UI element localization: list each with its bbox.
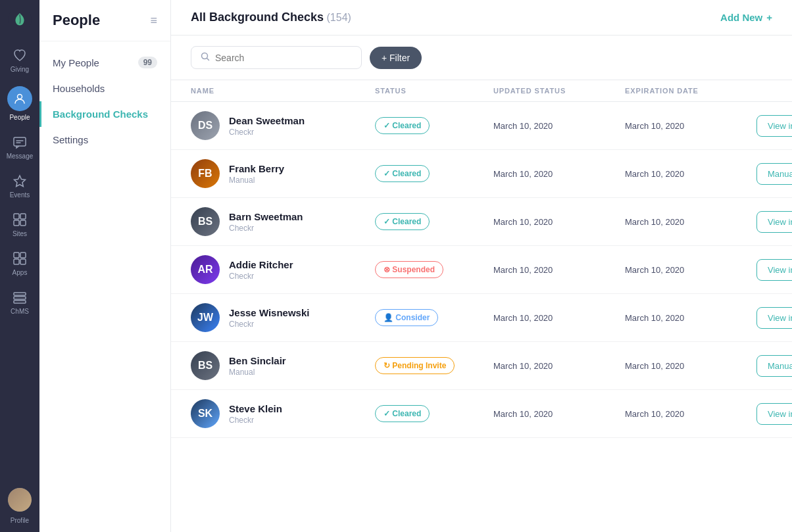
person-cell: BS Barn Sweetman Checkr bbox=[191, 207, 375, 236]
action-button[interactable]: View in Checkr bbox=[756, 115, 792, 137]
status-badge: 👤 Consider bbox=[375, 309, 438, 326]
logo[interactable] bbox=[8, 8, 32, 34]
sites-icon bbox=[12, 212, 28, 228]
updated-date: March 10, 2020 bbox=[493, 217, 625, 227]
add-new-button[interactable]: Add New + bbox=[720, 12, 772, 23]
status-cell: ✓ Cleared bbox=[375, 165, 493, 182]
message-icon bbox=[12, 134, 28, 150]
person-sub: Checkr bbox=[229, 272, 293, 281]
status-cell: ✓ Cleared bbox=[375, 405, 493, 422]
person-sub: Checkr bbox=[229, 416, 282, 425]
svg-rect-12 bbox=[14, 293, 26, 295]
search-icon bbox=[201, 52, 210, 63]
search-bar: + Filter bbox=[171, 36, 792, 80]
svg-rect-14 bbox=[14, 301, 26, 303]
sidebar-item-people[interactable]: People bbox=[0, 80, 39, 128]
svg-rect-10 bbox=[14, 259, 19, 264]
svg-rect-6 bbox=[14, 220, 19, 226]
avatar: FB bbox=[191, 159, 220, 188]
svg-rect-8 bbox=[14, 253, 19, 258]
action-cell: View in Checkr bbox=[756, 403, 792, 425]
expiration-date: March 10, 2020 bbox=[625, 265, 756, 275]
search-input[interactable] bbox=[215, 53, 352, 63]
svg-marker-3 bbox=[14, 176, 26, 187]
events-label: Events bbox=[10, 191, 30, 199]
updated-date: March 10, 2020 bbox=[493, 121, 625, 131]
expiration-date: March 10, 2020 bbox=[625, 169, 756, 179]
people-label: People bbox=[9, 114, 30, 121]
table-header: NAME STATUS UPDATED STATUS EXPIRATION DA… bbox=[171, 80, 792, 102]
table-row: SK Steve Klein Checkr ✓ Cleared March 10… bbox=[171, 390, 792, 438]
svg-rect-7 bbox=[20, 220, 26, 226]
svg-point-1 bbox=[18, 95, 22, 99]
profile-avatar[interactable] bbox=[8, 488, 32, 512]
person-cell: JW Jesse Wisnewski Checkr bbox=[191, 303, 375, 332]
col-name: NAME bbox=[191, 87, 375, 95]
action-button[interactable]: View in Checkr bbox=[756, 307, 792, 329]
person-name: Ben Sinclair bbox=[229, 355, 286, 366]
apps-icon bbox=[12, 251, 28, 266]
nav-item-my-people[interactable]: My People 99 bbox=[39, 49, 170, 76]
col-expiration: EXPIRATION DATE bbox=[625, 87, 756, 95]
person-name: Dean Sweetman bbox=[229, 115, 305, 126]
status-badge: ✓ Cleared bbox=[375, 405, 430, 422]
table-row: JW Jesse Wisnewski Checkr 👤 Consider Mar… bbox=[171, 294, 792, 342]
col-updated: UPDATED STATUS bbox=[493, 87, 625, 95]
expiration-date: March 10, 2020 bbox=[625, 361, 756, 371]
status-badge: ↻ Pending Invite bbox=[375, 357, 455, 374]
person-name: Jesse Wisnewski bbox=[229, 307, 309, 318]
avatar: JW bbox=[191, 303, 220, 332]
person-cell: AR Addie Ritcher Checkr bbox=[191, 255, 375, 284]
sidebar-item-apps[interactable]: Apps bbox=[0, 244, 39, 283]
filter-button[interactable]: + Filter bbox=[370, 47, 422, 69]
status-cell: ⊗ Suspended bbox=[375, 261, 493, 278]
action-button[interactable]: Manual Settings bbox=[756, 163, 792, 185]
nav-item-households[interactable]: Households bbox=[39, 76, 170, 101]
updated-date: March 10, 2020 bbox=[493, 313, 625, 323]
status-badge: ⊗ Suspended bbox=[375, 261, 443, 278]
topbar-title-area: All Background Checks (154) bbox=[191, 11, 351, 24]
expiration-date: March 10, 2020 bbox=[625, 121, 756, 131]
svg-rect-9 bbox=[20, 253, 26, 258]
action-button[interactable]: Manual Settings bbox=[756, 355, 792, 377]
avatar: SK bbox=[191, 399, 220, 428]
chms-icon bbox=[12, 289, 28, 305]
nav-item-settings[interactable]: Settings bbox=[39, 127, 170, 153]
action-cell: View in Checkr bbox=[756, 259, 792, 281]
sites-label: Sites bbox=[12, 230, 27, 237]
sidebar-item-sites[interactable]: Sites bbox=[0, 205, 39, 244]
updated-date: March 10, 2020 bbox=[493, 361, 625, 371]
nav-item-background-checks[interactable]: Background Checks bbox=[39, 101, 170, 127]
hamburger-icon[interactable]: ≡ bbox=[150, 14, 157, 28]
svg-rect-5 bbox=[20, 214, 26, 219]
action-button[interactable]: View in Checkr bbox=[756, 259, 792, 281]
nav-header: People ≡ bbox=[39, 0, 170, 41]
table-container: NAME STATUS UPDATED STATUS EXPIRATION DA… bbox=[171, 80, 792, 532]
person-cell: BS Ben Sinclair Manual bbox=[191, 351, 375, 380]
sidebar-item-chms[interactable]: ChMS bbox=[0, 283, 39, 322]
sidebar-item-message[interactable]: Message bbox=[0, 128, 39, 166]
table-row: BS Ben Sinclair Manual ↻ Pending Invite … bbox=[171, 342, 792, 390]
col-actions bbox=[756, 87, 772, 95]
table-row: DS Dean Sweetman Checkr ✓ Cleared March … bbox=[171, 102, 792, 150]
person-sub: Manual bbox=[229, 368, 286, 377]
search-input-wrap[interactable] bbox=[191, 46, 362, 69]
person-name: Barn Sweetman bbox=[229, 211, 303, 222]
svg-rect-13 bbox=[14, 297, 26, 299]
action-button[interactable]: View in Checkr bbox=[756, 403, 792, 425]
status-cell: 👤 Consider bbox=[375, 309, 493, 326]
person-sub: Manual bbox=[229, 176, 284, 185]
status-badge: ✓ Cleared bbox=[375, 117, 430, 134]
sidebar-item-giving[interactable]: Giving bbox=[0, 41, 39, 80]
table-row: BS Barn Sweetman Checkr ✓ Cleared March … bbox=[171, 198, 792, 246]
sidebar-item-events[interactable]: Events bbox=[0, 166, 39, 205]
col-status: STATUS bbox=[375, 87, 493, 95]
avatar: BS bbox=[191, 351, 220, 380]
main-content: All Background Checks (154) Add New + + … bbox=[171, 0, 792, 532]
action-cell: Manual Settings bbox=[756, 163, 792, 185]
action-button[interactable]: View in Checkr bbox=[756, 211, 792, 233]
table-body: DS Dean Sweetman Checkr ✓ Cleared March … bbox=[171, 102, 792, 438]
nav-items: My People 99 Households Background Check… bbox=[39, 41, 170, 160]
record-count: (154) bbox=[327, 12, 351, 23]
expiration-date: March 10, 2020 bbox=[625, 409, 756, 419]
